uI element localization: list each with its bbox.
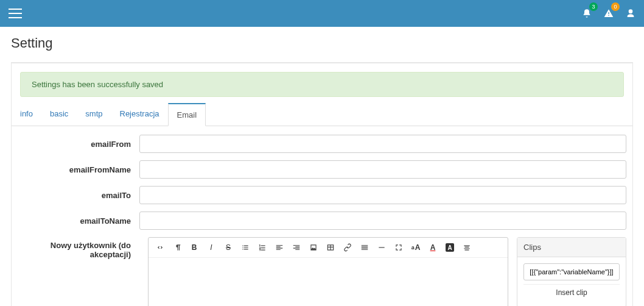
tab-smtp[interactable]: smtp bbox=[77, 103, 111, 126]
align-left-icon[interactable] bbox=[271, 240, 287, 255]
codeview-icon[interactable] bbox=[152, 240, 168, 255]
label-emailfromname: emailFromName bbox=[18, 165, 139, 174]
image-icon[interactable] bbox=[306, 240, 321, 255]
paragraph-icon[interactable] bbox=[169, 240, 185, 255]
warn-badge: 0 bbox=[611, 2, 620, 11]
warning-icon[interactable]: 0 bbox=[603, 7, 615, 20]
tabs: info basic smtp Rejestracja Email bbox=[12, 103, 632, 126]
strikethrough-icon[interactable]: S bbox=[220, 240, 236, 255]
clips-panel: Clips Insert clip bbox=[517, 237, 626, 306]
italic-icon[interactable]: I bbox=[203, 240, 219, 255]
content: Setting Settings has been successfully s… bbox=[0, 27, 644, 306]
tab-info[interactable]: info bbox=[12, 103, 41, 126]
bg-color-icon[interactable]: A bbox=[442, 240, 458, 255]
align-justify-icon[interactable] bbox=[357, 240, 373, 255]
clip-input[interactable] bbox=[523, 263, 620, 280]
settings-panel: Settings has been successfully saved inf… bbox=[11, 62, 633, 306]
input-emailfromname[interactable] bbox=[139, 160, 626, 179]
input-emailtoname[interactable] bbox=[139, 212, 626, 230]
rich-editor: B I S aA A bbox=[148, 237, 508, 306]
tab-email[interactable]: Email bbox=[168, 103, 206, 126]
label-emailfrom: emailFrom bbox=[18, 140, 139, 149]
clips-title: Clips bbox=[517, 238, 626, 257]
ul-icon[interactable] bbox=[237, 240, 253, 255]
row-emailfrom: emailFrom bbox=[18, 135, 626, 153]
fontsize-icon[interactable]: aA bbox=[408, 240, 424, 255]
bell-icon[interactable]: 3 bbox=[581, 7, 593, 20]
menu-toggle-icon[interactable] bbox=[9, 9, 22, 18]
bold-icon[interactable]: B bbox=[186, 240, 202, 255]
row-emailfromname: emailFromName bbox=[18, 160, 626, 179]
tab-content-email: emailFrom emailFromName emailTo emailToN… bbox=[12, 126, 632, 306]
align-right-icon[interactable] bbox=[289, 240, 304, 255]
link-icon[interactable] bbox=[340, 240, 355, 255]
row-emailto: emailTo bbox=[18, 186, 626, 204]
clear-format-icon[interactable] bbox=[459, 240, 475, 255]
row-emailtoname: emailToName bbox=[18, 212, 626, 230]
label-editor: Nowy użytkownik (do akceptacji) bbox=[18, 237, 139, 259]
editor-area[interactable] bbox=[149, 258, 508, 306]
editor-toolbar: B I S aA A bbox=[149, 238, 508, 258]
topbar: 3 0 bbox=[0, 0, 644, 27]
table-icon[interactable] bbox=[323, 240, 338, 255]
input-emailto[interactable] bbox=[139, 186, 626, 204]
tab-basic[interactable]: basic bbox=[41, 103, 77, 126]
hr-icon[interactable] bbox=[374, 240, 390, 255]
input-emailfrom[interactable] bbox=[139, 135, 626, 153]
alert-success: Settings has been successfully saved bbox=[20, 72, 624, 97]
label-emailto: emailTo bbox=[18, 191, 139, 200]
insert-clip-button[interactable]: Insert clip bbox=[523, 284, 620, 301]
tab-rejestracja[interactable]: Rejestracja bbox=[111, 103, 168, 126]
page-title: Setting bbox=[11, 35, 633, 51]
row-editor: Nowy użytkownik (do akceptacji) B I S bbox=[18, 237, 626, 306]
label-emailtoname: emailToName bbox=[18, 216, 139, 226]
clips-body: Insert clip bbox=[517, 257, 626, 306]
notif-badge: 3 bbox=[589, 2, 598, 11]
fullscreen-icon[interactable] bbox=[391, 240, 407, 255]
text-color-icon[interactable]: A bbox=[425, 240, 441, 255]
user-icon[interactable] bbox=[625, 7, 637, 20]
topbar-right: 3 0 bbox=[581, 7, 637, 20]
ol-icon[interactable] bbox=[254, 240, 270, 255]
